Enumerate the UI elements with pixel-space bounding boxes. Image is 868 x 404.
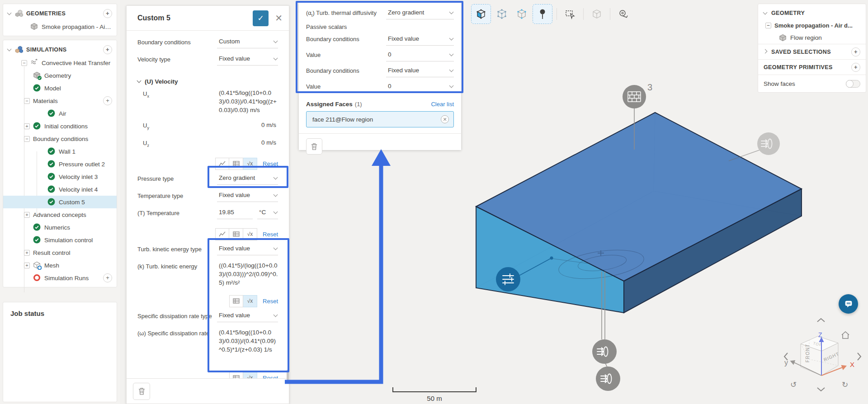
tree-item-geometries[interactable]: GEOMETRIES + bbox=[3, 7, 117, 20]
rotate-right-button[interactable] bbox=[858, 353, 861, 360]
uz-field[interactable]: 0 m/s bbox=[217, 138, 278, 146]
chevron-down-icon[interactable] bbox=[7, 47, 12, 52]
collapse-toggle[interactable]: − bbox=[21, 60, 27, 66]
add-simulation-button[interactable]: + bbox=[103, 45, 112, 54]
view-cube[interactable]: FRONT RIGHT TOP Z X y ↺ ↻ bbox=[784, 319, 861, 391]
formula-input-icon[interactable]: √x bbox=[243, 228, 257, 240]
tree-item-pressure-outlet-2[interactable]: +Pressure outlet 2 bbox=[3, 158, 117, 170]
chevron-down-icon[interactable] bbox=[763, 10, 768, 15]
select-faces-button[interactable] bbox=[471, 4, 491, 24]
add-geometry-button[interactable]: + bbox=[103, 9, 112, 18]
delete-button[interactable] bbox=[133, 383, 150, 400]
rotate-down-button[interactable] bbox=[817, 388, 825, 391]
chevron-down-icon[interactable] bbox=[7, 11, 12, 15]
chart-input-icon[interactable] bbox=[215, 228, 229, 240]
tree-item-materials[interactable]: −Materials+ bbox=[3, 94, 117, 107]
close-icon[interactable]: ✕ bbox=[275, 13, 283, 23]
tree-item-result-control[interactable]: +Result control bbox=[3, 246, 117, 259]
chat-launcher[interactable] bbox=[839, 294, 858, 314]
formula-input-icon[interactable]: √x bbox=[243, 295, 257, 307]
box-select-button[interactable] bbox=[561, 5, 579, 23]
remove-face-icon[interactable]: ✕ bbox=[441, 115, 449, 123]
table-input-icon[interactable] bbox=[229, 295, 243, 307]
collapse-toggle[interactable]: − bbox=[765, 23, 771, 28]
formula-input-icon[interactable]: √x bbox=[243, 158, 257, 170]
scalar1-value-input[interactable]: 0 bbox=[386, 50, 454, 61]
tree-item-simulations[interactable]: SIMULATIONS + bbox=[3, 43, 117, 56]
add-button[interactable]: + bbox=[103, 96, 112, 105]
chevron-down-icon bbox=[449, 36, 454, 40]
tree-item-custom-5[interactable]: +Custom 5 bbox=[3, 196, 117, 208]
tree-item-velocity-inlet-4[interactable]: +Velocity inlet 4 bbox=[3, 183, 117, 196]
velocity-section-header[interactable]: (U) Velocity bbox=[137, 71, 278, 89]
roll-ccw-button[interactable]: ↺ bbox=[790, 381, 797, 389]
panel-scrollbar[interactable] bbox=[287, 370, 289, 381]
tree-item-smoke-geometry[interactable]: − Smoke propagation - Air d... bbox=[758, 19, 866, 32]
tree-item-model[interactable]: +Model bbox=[3, 82, 117, 94]
show-faces-toggle[interactable] bbox=[846, 80, 860, 88]
add-selection-button[interactable]: + bbox=[851, 47, 860, 56]
ux-formula-field[interactable]: (0.41*5/log((10+0.03)/0.03))/0.41*log((z… bbox=[217, 89, 278, 114]
reset-link[interactable]: Reset bbox=[263, 160, 278, 167]
table-input-icon[interactable] bbox=[229, 158, 243, 170]
temperature-input[interactable]: 19.85 bbox=[217, 208, 253, 219]
tree-item-air[interactable]: +Air bbox=[3, 107, 117, 120]
scalar1-bc-select[interactable]: Fixed value bbox=[386, 34, 454, 46]
tree-item-numerics[interactable]: +Numerics bbox=[3, 221, 117, 234]
tree-item-smoke-geometry[interactable]: +Smoke propagation - Air dom... bbox=[3, 20, 117, 33]
tree-item-mesh[interactable]: +Mesh bbox=[3, 259, 117, 272]
boundary-conditions-select[interactable]: Custom bbox=[217, 37, 278, 48]
collapse-toggle[interactable]: − bbox=[24, 136, 30, 142]
assigned-face-chip[interactable]: face 211@Flow region ✕ bbox=[306, 111, 454, 127]
temperature-type-select[interactable]: Fixed value bbox=[217, 191, 278, 202]
scalar2-value-input[interactable]: 0 bbox=[386, 82, 454, 93]
tree-item-wall-1[interactable]: +Wall 1 bbox=[3, 145, 117, 158]
scalar2-bc-select[interactable]: Fixed value bbox=[386, 66, 454, 77]
chart-input-icon[interactable] bbox=[215, 158, 229, 170]
collapse-toggle[interactable]: − bbox=[24, 98, 30, 104]
select-vertices-button[interactable] bbox=[493, 5, 511, 23]
measure-button[interactable] bbox=[614, 5, 632, 23]
add-primitive-button[interactable]: + bbox=[851, 63, 860, 72]
confirm-button[interactable]: ✓ bbox=[253, 10, 269, 26]
tke-type-select[interactable]: Fixed value bbox=[217, 244, 278, 255]
sdr-formula-field[interactable]: (0.41*5/log((10+0.03)/0.03))/(0.41*(0.09… bbox=[217, 328, 278, 354]
tree-item-advanced-concepts[interactable]: +Advanced concepts bbox=[3, 208, 117, 221]
probe-point-button[interactable] bbox=[533, 4, 552, 24]
reset-link[interactable]: Reset bbox=[263, 298, 278, 305]
expand-toggle[interactable]: + bbox=[24, 263, 30, 268]
tree-item-flow-region[interactable]: Flow region bbox=[758, 32, 866, 44]
pressure-type-select[interactable]: Zero gradient bbox=[217, 174, 278, 185]
tree-item-geometry[interactable]: +Geometry bbox=[3, 69, 117, 82]
geometry-primitives-header[interactable]: GEOMETRY PRIMITIVES + bbox=[758, 60, 866, 75]
table-input-icon[interactable] bbox=[229, 228, 243, 240]
check-icon bbox=[47, 147, 56, 155]
tree-item-initial-conditions[interactable]: +Initial conditions bbox=[3, 120, 117, 132]
tree-item-velocity-inlet-3[interactable]: +Velocity inlet 3 bbox=[3, 170, 117, 183]
temperature-unit-select[interactable]: °C bbox=[257, 208, 278, 219]
tree-item-simulation-control[interactable]: +Simulation control bbox=[3, 234, 117, 246]
roll-cw-button[interactable]: ↻ bbox=[842, 381, 848, 389]
geometry-section-header[interactable]: GEOMETRY bbox=[758, 4, 866, 19]
uy-field[interactable]: 0 m/s bbox=[217, 120, 278, 128]
chevron-right-icon[interactable] bbox=[763, 49, 768, 53]
expand-toggle[interactable]: + bbox=[24, 123, 30, 129]
velocity-type-select[interactable]: Fixed value bbox=[217, 54, 278, 66]
delete-button[interactable] bbox=[306, 138, 322, 155]
rotate-up-button[interactable] bbox=[817, 319, 825, 322]
transform-button[interactable] bbox=[588, 5, 606, 23]
tree-item-boundary-conditions[interactable]: −Boundary conditions bbox=[3, 132, 117, 145]
tree-item-simulation-runs[interactable]: +Simulation Runs+ bbox=[3, 272, 117, 284]
tree-item-convective-heat-transfer[interactable]: −Convective Heat Transfer bbox=[3, 56, 117, 69]
expand-toggle[interactable]: + bbox=[24, 212, 30, 218]
tke-formula-field[interactable]: ((0.41*5)/(log((10+0.03)/(0.03)))^2/(0.0… bbox=[217, 261, 278, 287]
diffusivity-select[interactable]: Zero gradient bbox=[386, 8, 454, 19]
expand-toggle[interactable]: + bbox=[24, 250, 30, 256]
select-edges-button[interactable] bbox=[513, 5, 531, 23]
sdr-type-select[interactable]: Fixed value bbox=[217, 311, 278, 322]
saved-selections-header[interactable]: SAVED SELECTIONS + bbox=[758, 44, 866, 59]
home-view-button[interactable] bbox=[842, 332, 849, 338]
clear-list-link[interactable]: Clear list bbox=[431, 101, 454, 108]
add-button[interactable]: + bbox=[103, 273, 112, 282]
reset-link[interactable]: Reset bbox=[263, 231, 278, 238]
